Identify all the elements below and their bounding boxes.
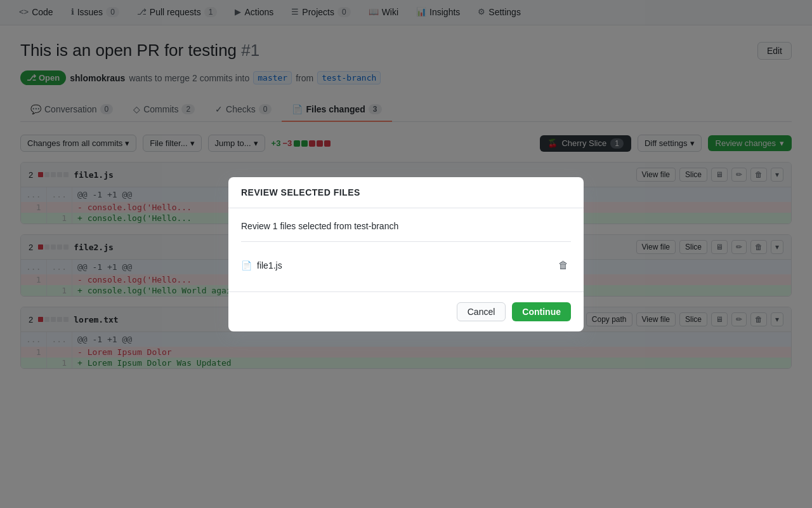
modal-body: Review 1 files selected from test-branch… — [228, 208, 584, 291]
modal-file-left: 📄 file1.js — [241, 260, 282, 271]
modal-file-delete-button[interactable]: 🗑 — [556, 257, 571, 274]
modal-footer: Cancel Continue — [228, 291, 584, 331]
modal-header: REVIEW SELECTED FILES — [228, 177, 584, 208]
modal-title: REVIEW SELECTED FILES — [241, 187, 360, 197]
modal-cancel-button[interactable]: Cancel — [457, 302, 506, 321]
modal-file-item: 📄 file1.js 🗑 — [241, 252, 571, 279]
modal-overlay: REVIEW SELECTED FILES Review 1 files sel… — [0, 0, 812, 508]
modal-continue-button[interactable]: Continue — [512, 302, 571, 321]
review-modal: REVIEW SELECTED FILES Review 1 files sel… — [228, 177, 584, 331]
modal-file-name: file1.js — [257, 260, 282, 271]
modal-subtitle: Review 1 files selected from test-branch — [241, 221, 571, 231]
modal-file-icon: 📄 — [241, 260, 252, 271]
modal-divider — [241, 241, 571, 242]
